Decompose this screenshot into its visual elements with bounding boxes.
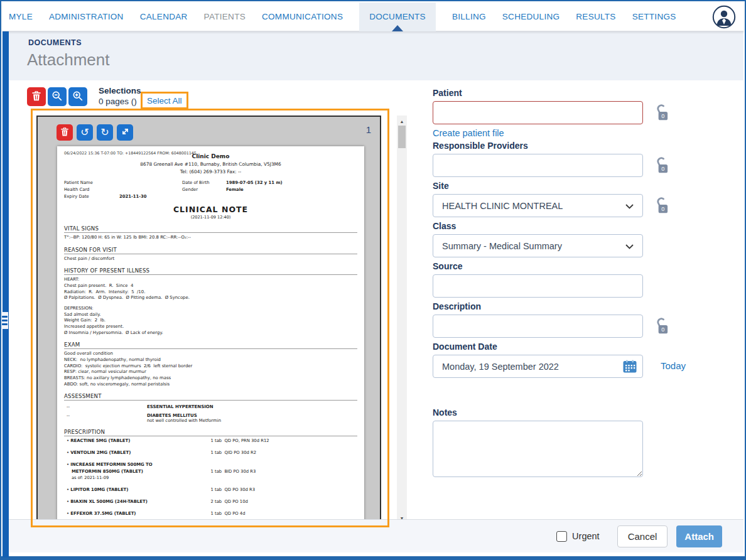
clinical-note-datetime: (2021-11-09 12:40) [64,215,357,220]
section-reason-for-visit: REASON FOR VISIT Chest pain / discomfort [64,247,357,262]
svg-text:0: 0 [661,113,664,119]
unlocked-icon[interactable]: 0 [654,316,670,335]
document-preview: ↺ ↻ 1 06/24/2022 15:36 T-07:00 TO: +1844… [36,116,381,522]
chevron-down-icon [625,201,634,211]
nav-item-myle[interactable]: MYLE [9,12,33,21]
prescription-row: BIAXIN XL 500MG (24H-TABLET) 2 tab QD PO… [64,499,357,504]
zoom-out-icon [51,90,63,104]
attach-button[interactable]: Attach [676,525,722,547]
site-field-group: Site HEALTH CLINIC MONTREAL 0 [433,181,696,217]
breadcrumb: DOCUMENTS [28,38,82,47]
selections-label: Selections [99,86,141,95]
responsible-providers-label: Responsible Providers [433,141,696,151]
nav-item-documents-active[interactable]: DOCUMENTS [359,3,436,31]
document-date-input[interactable] [433,355,643,378]
app-window: MYLE ADMINISTRATION CALENDAR PATIENTS CO… [0,0,746,560]
unlocked-icon[interactable]: 0 [654,156,670,175]
prescription-row: VENTOLIN 2MG (TABLET) 1 tab QID PO 30d R… [64,450,357,455]
rotate-ccw-icon: ↺ [80,127,89,137]
selections-count: 0 pages () [99,97,137,106]
assessment-item: -- DIABETES MELLITUS not well controlled… [64,413,357,423]
prescription-row: REACTINE 5MG (TABLET) 1 tab QD PO, PRN 3… [64,438,357,443]
site-select[interactable]: HEALTH CLINIC MONTREAL [433,194,643,217]
svg-text:0: 0 [661,166,664,172]
section-exam: EXAM Good overall condition NECK: no lym… [64,342,357,387]
user-avatar-icon[interactable] [712,5,736,29]
footer-action-bar: Urgent Cancel Attach [9,519,743,552]
section-hpi: HISTORY OF PRESENT ILLNESS HEART: Chest … [64,267,357,336]
calendar-icon[interactable] [623,360,637,375]
create-patient-file-link[interactable]: Create patient file [433,128,504,138]
page-number: 1 [366,124,371,135]
trash-icon [60,127,69,138]
document-page[interactable]: 06/24/2022 15:36 T-07:00 TO: +1844912256… [57,146,364,522]
select-all-link[interactable]: Select All [147,96,182,105]
today-link[interactable]: Today [661,360,686,371]
patient-info-grid: Patient Name Date of Birth1989-07-05 (32… [64,180,357,199]
nav-item-billing[interactable]: BILLING [452,12,486,21]
document-date-field-group: Document Date Today [433,342,696,378]
nav-item-scheduling[interactable]: SCHEDULING [502,12,560,21]
unlocked-icon[interactable]: 0 [654,103,670,122]
scrollbar-thumb[interactable] [398,126,406,148]
zoom-in-button[interactable] [68,87,87,106]
top-nav: MYLE ADMINISTRATION CALENDAR PATIENTS CO… [3,3,743,31]
source-field-group: Source [433,261,696,298]
nav-item-administration[interactable]: ADMINISTRATION [49,12,124,21]
assessment-item: -- ESSENTIAL HYPERTENSION [64,404,357,409]
notes-label: Notes [433,407,696,417]
document-date-label: Document Date [433,342,696,352]
expand-page-button[interactable] [117,124,133,141]
left-accent-bar [3,31,9,557]
site-label: Site [433,181,696,191]
class-field-group: Class Summary - Medical Summary [433,221,696,257]
clinic-phone: Tel: (604) 269-3733 Fax: -- [64,169,357,175]
clinic-address: 8678 Greenall Ave #110, Burnaby, British… [64,161,357,167]
page-delete-button[interactable] [57,124,73,141]
description-label: Description [433,301,696,311]
page-title: Attachment [27,50,110,70]
section-prescription: PRESCRIPTION REACTINE 5MG (TABLET) 1 tab… [64,429,357,516]
preview-scrollbar [397,116,407,524]
class-select[interactable]: Summary - Medical Summary [433,234,643,257]
chevron-down-icon [625,241,634,251]
notes-textarea[interactable] [433,421,643,477]
delete-button[interactable] [27,87,46,106]
notes-field-group: Notes [433,407,696,480]
patient-input[interactable] [433,101,643,124]
rotate-cw-button[interactable]: ↻ [97,124,113,141]
site-select-value: HEALTH CLINIC MONTREAL [442,201,563,211]
class-label: Class [433,221,696,231]
description-input[interactable] [433,315,643,338]
main-content: Selections 0 pages () Select All ↺ ↻ [9,80,743,519]
panel-collapse-handle-icon[interactable] [1,312,8,329]
patient-label: Patient [433,88,696,98]
zoom-in-icon [72,90,84,104]
nav-item-communications[interactable]: COMMUNICATIONS [262,12,343,21]
rotate-ccw-button[interactable]: ↺ [77,124,93,141]
urgent-checkbox[interactable] [556,531,567,542]
page-header: DOCUMENTS Attachment [9,31,743,80]
rotate-cw-icon: ↻ [100,127,109,137]
prescription-row: INCREASE METFORMIN 500MG TOMETFORMIN 850… [64,462,357,480]
description-field-group: Description 0 [433,301,696,338]
svg-text:0: 0 [661,326,664,333]
class-select-value: Summary - Medical Summary [442,241,562,251]
nav-item-results[interactable]: RESULTS [576,12,615,21]
source-input[interactable] [433,274,643,298]
responsible-providers-input[interactable] [433,154,643,177]
prescription-row: EFFEXOR 37.5MG (TABLET) 1 tab QD PO 4d [64,511,357,516]
nav-item-settings[interactable]: SETTINGS [632,12,676,21]
unlocked-icon[interactable]: 0 [654,196,670,215]
scroll-up-arrow[interactable] [397,117,407,126]
nav-item-calendar[interactable]: CALENDAR [140,12,188,21]
zoom-out-button[interactable] [48,87,67,106]
svg-text:0: 0 [661,206,664,212]
section-vital-signs: VITAL SIGNS T°:--BP: 120/80 H: 65 in W: … [64,225,357,241]
providers-field-group: Responsible Providers 0 [433,141,696,177]
prescription-row: LIPITOR 10MG (TABLET) 1 tab QD PO 30d R3 [64,487,357,492]
nav-item-patients[interactable]: PATIENTS [204,12,246,21]
select-all-highlight-box: Select All [141,92,188,109]
cancel-button[interactable]: Cancel [617,525,668,547]
source-label: Source [433,261,696,271]
